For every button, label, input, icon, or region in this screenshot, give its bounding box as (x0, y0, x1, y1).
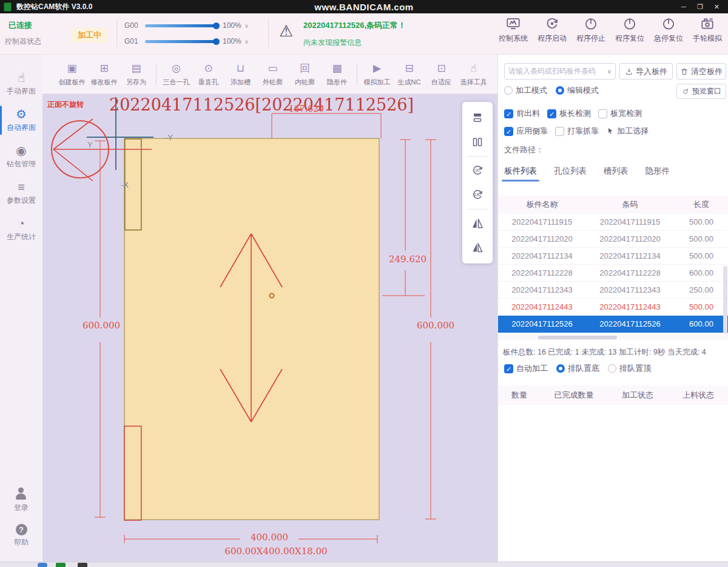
control-system-button[interactable]: 控制系统 (494, 16, 533, 44)
toolbar-simulate-button[interactable]: ▶模拟加工 (361, 62, 393, 87)
split-horizontal-button[interactable] (465, 106, 490, 130)
sidebar-item-hand[interactable]: ☝手动界面 (0, 66, 42, 102)
column-header: 数量 (498, 390, 541, 401)
plate-name-cell: 20220417112443 (498, 302, 586, 311)
divider (268, 19, 269, 47)
program-reset-icon (622, 16, 638, 32)
process-select-button[interactable]: 加工选择 (606, 126, 649, 137)
tab-槽列表[interactable]: 槽列表 (604, 166, 629, 182)
axis-neg-x-label: -X (121, 180, 129, 189)
process-select-label: 加工选择 (617, 126, 649, 137)
toolbar-three-in-one-hole-button[interactable]: ◎三合一孔 (160, 62, 192, 87)
table-row[interactable]: 2022041711222820220417112228600.00 (498, 265, 728, 282)
flip-vertical-button[interactable] (465, 236, 490, 260)
scrollbar-thumb[interactable] (538, 336, 617, 339)
vertical-scrollbar-thumb[interactable] (723, 266, 727, 334)
flip-horizontal-icon (470, 216, 485, 231)
button-label: 程序复位 (615, 33, 644, 44)
os-taskbar[interactable] (0, 562, 728, 567)
handwheel-button[interactable]: 手轮模拟 (688, 16, 727, 44)
table-row[interactable]: 2022041711213420220417112134500.00 (498, 248, 728, 265)
preview-window-button[interactable]: 预览窗口 (676, 84, 726, 99)
sidebar-item-user[interactable]: 登录 (0, 482, 42, 518)
sidebar-item-help[interactable]: ?帮助 (0, 518, 42, 553)
radio-selected-icon (556, 86, 564, 95)
radio-排队置底[interactable]: 排队置底 (556, 363, 599, 374)
tab-孔位列表[interactable]: 孔位列表 (554, 166, 587, 182)
toolbar-add-slot-button[interactable]: ⊔添加槽 (224, 62, 257, 87)
tab-板件列表[interactable]: 板件列表 (504, 166, 537, 182)
maximize-button[interactable]: ❐ (697, 3, 703, 11)
radio-label: 编辑模式 (567, 85, 599, 96)
toolbar-inner-contour-button[interactable]: 回内轮廓 (289, 62, 321, 87)
radio-加工模式[interactable]: 加工模式 (504, 85, 547, 96)
toolbar-item-label: 外轮廓 (263, 78, 283, 87)
checkbox-前出料[interactable]: ✓前出料 (504, 108, 540, 119)
rotate-90-button[interactable]: 90 (465, 158, 490, 183)
board-outline[interactable] (124, 138, 379, 520)
drill-pack-icon: ◉ (16, 144, 26, 157)
split-vertical-button[interactable] (465, 130, 490, 154)
table-row[interactable]: 2022041711202020220417112020500.00 (498, 231, 728, 248)
toolbar-adaptive-button[interactable]: ⊡自适应 (425, 62, 457, 87)
toolbar-select-tool-button[interactable]: ☝选择工具 (457, 62, 490, 87)
checkbox-板宽检测[interactable]: 板宽检测 (598, 108, 642, 119)
minimize-button[interactable]: ─ (681, 3, 686, 11)
close-button[interactable]: ✕ (714, 3, 720, 11)
import-panel-button[interactable]: 导入板件 (619, 63, 673, 80)
chevron-down-icon[interactable]: ∨ (244, 22, 249, 29)
checkbox-打靠抓靠[interactable]: 打靠抓靠 (555, 126, 599, 137)
toolbar-create-panel-button[interactable]: ▣创建板件 (56, 62, 88, 87)
slider-thumb[interactable] (213, 22, 220, 29)
taskbar-app-icon[interactable] (56, 563, 66, 567)
toolbar-hidden-part-button[interactable]: ▩隐形件 (321, 62, 353, 87)
sidebar-item-sliders[interactable]: ≡参数设置 (0, 175, 42, 211)
feed-slider[interactable] (145, 40, 217, 43)
table-row[interactable]: 2022041711191520220417111915500.00 (498, 214, 728, 231)
drill-hole[interactable] (270, 294, 274, 298)
program-stop-button[interactable]: 程序停止 (571, 16, 610, 44)
checkbox-自动加工[interactable]: ✓自动加工 (504, 363, 548, 374)
tab-隐形件[interactable]: 隐形件 (645, 166, 670, 182)
checkbox-checked-icon: ✓ (504, 364, 513, 373)
plate-length-cell: 250.00 (674, 285, 728, 294)
svg-text:90: 90 (475, 168, 480, 172)
toolbar-vertical-hole-button[interactable]: ⊙垂直孔 (192, 62, 224, 87)
table-row-selected[interactable]: 2022041711252620220417112526600.00 (498, 316, 728, 333)
toolbar-outer-contour-button[interactable]: ▭外轮廓 (257, 62, 289, 87)
toolbar-edit-panel-button[interactable]: ⊞修改板件 (88, 62, 120, 87)
checkbox-应用侧靠[interactable]: ✓应用侧靠 (504, 126, 548, 137)
toolbar-divider (156, 63, 157, 85)
taskbar-app-icon[interactable] (78, 563, 87, 567)
rotate-180-button[interactable]: 180 (465, 183, 490, 207)
plate-name-cell: 20220417112526 (498, 319, 586, 328)
horizontal-scrollbar[interactable] (498, 335, 728, 340)
status-bar: 已连接 控制器状态 加工中 G00100%∨G01100%∨ ⚠ 2022041… (0, 13, 728, 55)
table-row[interactable]: 2022041711234320220417112343250.00 (498, 282, 728, 299)
sidebar-item-drill-pack[interactable]: ◉钻包管理 (0, 138, 42, 175)
toolbar-generate-nc-button[interactable]: ⊟生成NC (393, 62, 425, 87)
feed-label: G01 (124, 37, 145, 46)
three-in-one-hole-icon: ◎ (169, 62, 184, 75)
estop-reset-button[interactable]: 急停复位 (649, 16, 688, 44)
checkbox-板长检测[interactable]: ✓板长检测 (547, 108, 591, 119)
drawing-canvas[interactable]: 正面不旋转 20220417112526[20220417112526] 167… (42, 94, 497, 562)
split-vertical-icon (470, 135, 485, 149)
program-start-button[interactable]: 程序启动 (533, 16, 571, 44)
clear-panels-button[interactable]: 清空板件 (676, 63, 726, 80)
table-row[interactable]: 2022041711244320220417112443500.00 (498, 299, 728, 316)
flip-horizontal-button[interactable] (465, 211, 490, 236)
chevron-down-icon[interactable]: ∨ (607, 68, 612, 75)
barcode-input[interactable]: 请输入条码或扫码板件条码 ∨ (504, 63, 616, 80)
chevron-down-icon[interactable]: ∨ (244, 38, 249, 45)
button-label: 控制系统 (499, 33, 528, 44)
program-reset-button[interactable]: 程序复位 (610, 16, 649, 44)
feed-slider[interactable] (145, 24, 217, 27)
taskbar-start-icon[interactable] (38, 563, 47, 567)
sidebar-item-pie-chart[interactable]: ◔生产统计 (0, 211, 42, 248)
sidebar-item-gear[interactable]: ⚙自动界面 (0, 102, 42, 138)
slider-thumb[interactable] (213, 38, 220, 45)
radio-排队置顶[interactable]: 排队置顶 (608, 363, 651, 374)
radio-编辑模式[interactable]: 编辑模式 (556, 85, 599, 96)
toolbar-save-as-button[interactable]: ▤另存为 (120, 62, 152, 87)
